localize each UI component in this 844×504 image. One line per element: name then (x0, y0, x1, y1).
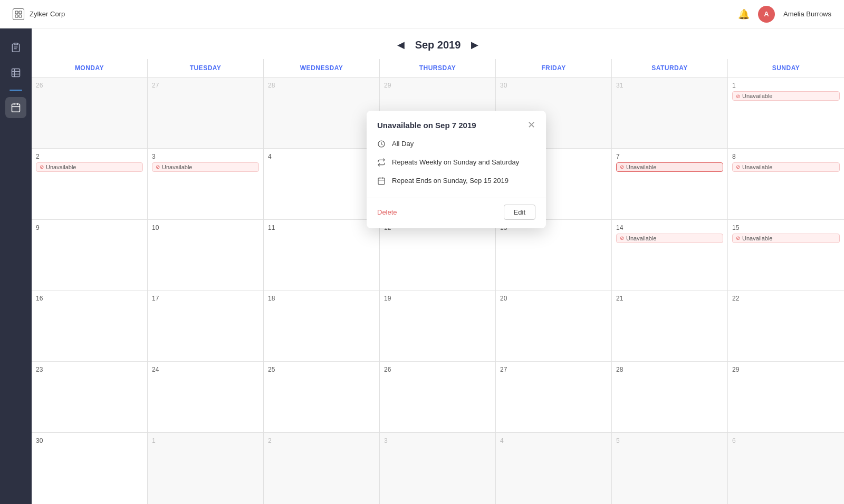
cell-date: 16 (36, 295, 143, 302)
cell-date: 9 (36, 224, 143, 231)
sidebar-item-calendar[interactable] (5, 97, 26, 118)
calendar-cell[interactable]: 29 (728, 362, 844, 432)
svg-rect-4 (14, 43, 18, 45)
unavailable-label: Unavailable (742, 164, 772, 170)
calendar-header: MONDAY TUESDAY WEDNESDAY THURSDAY FRIDAY… (32, 59, 844, 77)
cell-date: 2 (36, 153, 143, 160)
cell-date: 28 (616, 366, 723, 373)
cell-date: 25 (268, 366, 375, 373)
calendar-cell[interactable]: 9 (32, 220, 148, 290)
cell-date: 5 (616, 437, 723, 444)
calendar-cell[interactable]: 16 (32, 290, 148, 361)
popup-close-button[interactable]: ✕ (528, 120, 535, 130)
unavailable-badge[interactable]: ⊘Unavailable (732, 91, 840, 101)
calendar-cell[interactable]: 28 (612, 362, 728, 432)
calendar-cell[interactable]: 26 (380, 362, 496, 432)
unavailable-badge[interactable]: ⊘Unavailable (732, 234, 840, 243)
calendar-cell[interactable]: 11 (264, 220, 380, 290)
cell-date: 10 (152, 224, 259, 231)
cell-date: 30 (36, 437, 143, 444)
calendar-cell[interactable]: 7⊘Unavailable (612, 149, 728, 219)
prev-month-button[interactable]: ◀ (395, 37, 407, 53)
calendar-cell[interactable]: 4 (264, 149, 380, 219)
popup-repeat-ends-row: Repeat Ends on Sunday, Sep 15 2019 (377, 176, 535, 187)
calendar-cell[interactable]: 27 (148, 77, 264, 148)
calendar-cell[interactable]: 10 (148, 220, 264, 290)
calendar-cell[interactable]: 13 (496, 220, 612, 290)
notification-bell-icon[interactable]: 🔔 (738, 8, 750, 20)
main-layout: ◀ Sep 2019 ▶ MONDAY TUESDAY WEDNESDAY TH… (0, 28, 844, 504)
user-name: Amelia Burrows (783, 10, 831, 18)
sidebar-item-list[interactable] (5, 62, 26, 83)
popup-header: Unavailable on Sep 7 2019 ✕ (367, 111, 546, 137)
popup-repeats-row: Repeats Weekly on Sunday and Saturday (377, 158, 535, 169)
calendar-cell[interactable]: 1⊘Unavailable (728, 77, 844, 148)
header-friday: FRIDAY (496, 59, 612, 77)
calendar-cell[interactable]: 23 (32, 362, 148, 432)
company-name: Zylker Corp (30, 10, 65, 18)
calendar-cell[interactable]: 18 (264, 290, 380, 361)
unavail-dot-icon: ⊘ (736, 164, 740, 170)
calendar-cell[interactable]: 28 (264, 77, 380, 148)
sidebar-divider (9, 90, 22, 91)
cell-date: 7 (616, 153, 723, 160)
cell-date: 29 (732, 366, 840, 373)
unavail-dot-icon: ⊘ (736, 235, 740, 241)
calendar-cell[interactable]: 30 (32, 433, 148, 504)
cell-date: 22 (732, 295, 840, 302)
header-monday: MONDAY (32, 59, 148, 77)
cell-date: 19 (384, 295, 491, 302)
unavailable-label: Unavailable (46, 164, 76, 170)
cell-date: 15 (732, 224, 840, 231)
calendar-cell[interactable]: 2 (264, 433, 380, 504)
header-thursday: THURSDAY (380, 59, 496, 77)
calendar-cell[interactable]: 3 (380, 433, 496, 504)
calendar-cell[interactable]: 27 (496, 362, 612, 432)
svg-rect-1 (19, 11, 22, 14)
unavailable-badge[interactable]: ⊘Unavailable (616, 234, 723, 243)
calendar-cell[interactable]: 5 (612, 433, 728, 504)
calendar-cell[interactable]: 4 (496, 433, 612, 504)
cell-date: 4 (500, 437, 607, 444)
calendar-cell[interactable]: 1 (148, 433, 264, 504)
calendar-cell[interactable]: 12 (380, 220, 496, 290)
calendar-cell[interactable]: 26 (32, 77, 148, 148)
cell-date: 28 (268, 82, 375, 89)
cell-date: 23 (36, 366, 143, 373)
calendar-cell[interactable]: 17 (148, 290, 264, 361)
calendar-cell[interactable]: 6 (728, 433, 844, 504)
app-header: Zylker Corp 🔔 A Amelia Burrows (0, 0, 844, 28)
unavailable-badge[interactable]: ⊘Unavailable (36, 162, 143, 172)
calendar-cell[interactable]: 24 (148, 362, 264, 432)
svg-rect-0 (15, 11, 18, 14)
unavailable-badge[interactable]: ⊘Unavailable (152, 162, 259, 172)
cell-date: 27 (500, 366, 607, 373)
svg-rect-7 (12, 69, 20, 77)
cell-date: 26 (36, 82, 143, 89)
calendar-cell[interactable]: 22 (728, 290, 844, 361)
edit-button[interactable]: Edit (504, 205, 535, 220)
calendar-cell[interactable]: 20 (496, 290, 612, 361)
calendar-cell[interactable]: 14⊘Unavailable (612, 220, 728, 290)
delete-button[interactable]: Delete (377, 208, 397, 216)
cell-date: 18 (268, 295, 375, 302)
unavailable-badge[interactable]: ⊘Unavailable (732, 162, 840, 172)
calendar-cell[interactable]: 21 (612, 290, 728, 361)
cell-date: 24 (152, 366, 259, 373)
calendar-cell[interactable]: 25 (264, 362, 380, 432)
calendar-cell[interactable]: 19 (380, 290, 496, 361)
logo-icon (13, 8, 24, 20)
user-avatar[interactable]: A (758, 6, 775, 23)
next-month-button[interactable]: ▶ (469, 37, 481, 53)
calendar-cell[interactable]: 8⊘Unavailable (728, 149, 844, 219)
unavail-dot-icon: ⊘ (40, 164, 44, 170)
calendar-cell[interactable]: 2⊘Unavailable (32, 149, 148, 219)
clock-icon (377, 140, 386, 150)
sidebar-item-clipboard[interactable] (5, 37, 26, 58)
calendar-cell[interactable]: 31 (612, 77, 728, 148)
unavailable-badge[interactable]: ⊘Unavailable (616, 162, 723, 172)
calendar-cell[interactable]: 3⊘Unavailable (148, 149, 264, 219)
unavailable-label: Unavailable (626, 164, 656, 170)
calendar-cell[interactable]: 15⊘Unavailable (728, 220, 844, 290)
svg-rect-16 (378, 178, 385, 185)
